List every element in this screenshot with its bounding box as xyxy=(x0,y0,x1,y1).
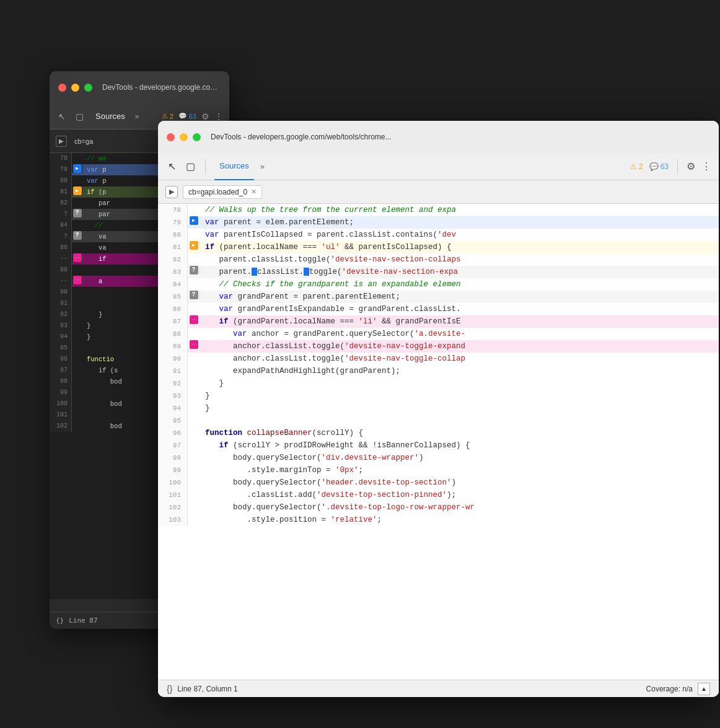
code-line-89: 89 ·· anchor.classList.toggle('devsite-n… xyxy=(158,340,719,353)
code-line-78: 78 // Walks up the tree from the current… xyxy=(158,204,719,216)
more-tabs-back[interactable]: » xyxy=(135,112,139,121)
code-line-85: 85 ? var grandParent = parent.parentElem… xyxy=(158,291,719,303)
code-line-80: 80 var parentIsCollapsed = parent.classL… xyxy=(158,229,719,241)
breakpoint-89[interactable]: ·· xyxy=(190,340,198,349)
msg-bubble-icon: 💬 xyxy=(649,162,659,171)
statusbar-front: {} Line 87, Column 1 Coverage: n/a ▲ xyxy=(158,680,719,697)
close-button-back[interactable] xyxy=(58,84,66,92)
code-line-92: 92 } xyxy=(158,377,719,390)
minimize-button-back[interactable] xyxy=(71,84,79,92)
close-button-front[interactable] xyxy=(167,133,175,141)
warning-triangle-icon: ⚠ xyxy=(630,162,637,171)
code-line-87: 87 ·· if (grandParent.localName === 'li'… xyxy=(158,315,719,328)
statusbar-right: Coverage: n/a ▲ xyxy=(646,683,710,695)
bp-83: ? xyxy=(73,209,82,217)
code-line-91: 91 expandPathAndHighlight(grandParent); xyxy=(158,365,719,377)
panel-icon-front[interactable]: ▢ xyxy=(184,160,196,173)
cursor-icon[interactable]: ↖ xyxy=(56,110,68,123)
breakpoint-87[interactable]: ·· xyxy=(190,315,198,324)
bp-89: ·· xyxy=(73,276,82,284)
tab-sources-back[interactable]: Sources xyxy=(90,109,130,123)
code-line-88: 88 var anchor = grandParent.querySelecto… xyxy=(158,328,719,340)
code-line-100: 100 body.querySelector('header.devsite-t… xyxy=(158,476,719,489)
code-line-90: 90 anchor.classList.toggle('devsite-nav-… xyxy=(158,353,719,365)
file-tab-name: cb=gapi.loaded_0 xyxy=(188,188,247,196)
code-line-99: 99 .style.marginTop = '0px'; xyxy=(158,464,719,476)
braces-icon-back: {} xyxy=(56,616,64,625)
code-line-79: 79 ▶ var parent = elem.parentElement; xyxy=(158,216,719,229)
status-line-col: Line 87, Column 1 xyxy=(177,685,237,693)
code-line-93: 93 } xyxy=(158,390,719,402)
toolbar-separator xyxy=(205,159,206,174)
msg-badge-front: 💬 63 xyxy=(649,162,669,171)
titlebar-front: DevTools - developers.google.com/web/too… xyxy=(158,121,719,153)
more-menu-icon-front[interactable]: ⋮ xyxy=(701,160,711,172)
breakpoint-79[interactable]: ▶ xyxy=(190,216,198,225)
file-tab-front[interactable]: cb=gapi.loaded_0 ✕ xyxy=(183,185,262,199)
code-line-102: 102 body.querySelector('.devsite-top-log… xyxy=(158,501,719,514)
breakpoint-83[interactable]: ? xyxy=(190,266,198,274)
breakpoint-85[interactable]: ? xyxy=(190,291,198,299)
coverage-status: Coverage: n/a xyxy=(646,685,693,693)
warning-count-front: 2 xyxy=(639,162,643,171)
msg-count-front: 63 xyxy=(661,162,669,171)
maximize-button-front[interactable] xyxy=(193,133,201,141)
more-icon-back[interactable]: ⋮ xyxy=(214,112,223,121)
cursor-icon-front[interactable]: ↖ xyxy=(165,160,178,173)
subtoolbar-front: ▶ cb=gapi.loaded_0 ✕ xyxy=(158,180,719,204)
tab-sources-front[interactable]: Sources xyxy=(214,153,254,180)
statusbar-left: {} Line 87, Column 1 xyxy=(167,684,238,694)
file-tab-back[interactable]: cb=ga xyxy=(71,136,97,146)
toolbar-front: ↖ ▢ Sources » ⚠ 2 💬 63 ⚙ ⋮ xyxy=(158,153,719,180)
more-tabs-front[interactable]: » xyxy=(260,162,265,171)
window-title-back: DevTools - developers.google.com/web/too… xyxy=(102,83,221,92)
warning-badge-back: ⚠ 2 xyxy=(162,112,173,120)
msg-badge-back: 💬 63 xyxy=(178,112,196,120)
warning-badge-front: ⚠ 2 xyxy=(630,162,643,171)
drawer-toggle-icon[interactable]: ▲ xyxy=(698,683,710,695)
msg-icon-back: 💬 xyxy=(178,112,187,120)
play-button-back[interactable]: ▶ xyxy=(56,136,67,147)
code-line-94: 94 } xyxy=(158,402,719,414)
bp-79: ▶ xyxy=(73,164,82,173)
window-title-front: DevTools - developers.google.com/web/too… xyxy=(211,133,710,141)
code-line-101: 101 .classList.add('devsite-top-section-… xyxy=(158,489,719,501)
braces-icon-front: {} xyxy=(167,684,172,694)
code-line-82: 82 parent.classList.toggle('devsite-nav-… xyxy=(158,253,719,266)
maximize-button-back[interactable] xyxy=(84,84,92,92)
code-line-98: 98 body.querySelector('div.devsite-wrapp… xyxy=(158,452,719,464)
panel-icon[interactable]: ▢ xyxy=(73,110,86,123)
bp-81: ▶ xyxy=(73,186,82,195)
bp-85: ? xyxy=(73,231,82,240)
close-tab-button[interactable]: ✕ xyxy=(251,188,257,196)
code-line-86: 86 var grandParentIsExpandable = grandPa… xyxy=(158,303,719,315)
breakpoint-81[interactable]: ▶ xyxy=(190,241,198,250)
msg-count-back: 63 xyxy=(189,113,196,120)
devtools-window-front: DevTools - developers.google.com/web/too… xyxy=(158,121,719,697)
play-button-front[interactable]: ▶ xyxy=(165,186,178,198)
minimize-button-front[interactable] xyxy=(180,133,188,141)
status-text-back: Line 87 xyxy=(69,616,97,625)
code-line-103: 103 .style.position = 'relative'; xyxy=(158,514,719,526)
warning-icon-back: ⚠ xyxy=(162,112,168,120)
code-line-84: 84 // Checks if the grandparent is an ex… xyxy=(158,278,719,291)
warning-count-back: 2 xyxy=(170,113,173,120)
code-line-95: 95 xyxy=(158,414,719,427)
toolbar-sep2 xyxy=(677,159,678,174)
code-line-97: 97 if (scrollY > prodIDRowHeight && !isB… xyxy=(158,439,719,452)
titlebar-back: DevTools - developers.google.com/web/too… xyxy=(50,71,229,103)
code-editor-front[interactable]: 78 // Walks up the tree from the current… xyxy=(158,204,719,693)
settings-icon-back[interactable]: ⚙ xyxy=(201,112,209,121)
code-line-96: 96 function collapseBanner(scrollY) { xyxy=(158,427,719,439)
settings-icon-front[interactable]: ⚙ xyxy=(687,160,695,172)
code-line-81: 81 ▶ if (parent.localName === 'ul' && pa… xyxy=(158,241,719,253)
bp-87: ·· xyxy=(73,253,82,262)
code-line-83: 83 ? parent.classList.toggle('devsite-na… xyxy=(158,266,719,278)
